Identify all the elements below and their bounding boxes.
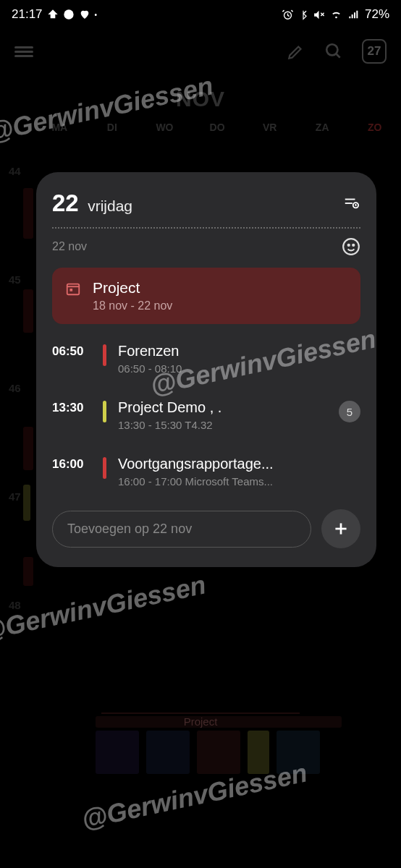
event-title: Forenzen	[118, 343, 360, 359]
svg-rect-14	[69, 289, 72, 292]
svg-point-0	[64, 9, 73, 19]
add-event-input[interactable]: Toevoegen op 22 nov	[52, 511, 311, 548]
svg-point-11	[353, 244, 354, 246]
smiley-icon[interactable]	[342, 237, 360, 256]
weekday-label: ZA	[296, 122, 349, 133]
panel-date-short: 22 nov	[52, 240, 87, 253]
menu-button[interactable]	[14, 44, 33, 59]
event-row[interactable]: 13:30 Project Demo , . 13:30 - 15:30 T4.…	[52, 399, 360, 431]
alarm-icon	[282, 9, 294, 21]
svg-point-10	[348, 244, 350, 246]
svg-point-9	[343, 239, 359, 255]
panel-day-number: 22	[52, 190, 79, 216]
event-title: Voortgangsrapportage...	[118, 456, 360, 472]
schedule-view-icon[interactable]	[342, 195, 360, 211]
notification-icon	[47, 9, 59, 20]
today-button[interactable]: 27	[362, 39, 387, 64]
weekday-header: MA DI WO DO VR ZA ZO	[0, 111, 401, 140]
panel-day-name: vrijdag	[88, 197, 132, 214]
add-event-button[interactable]	[321, 509, 360, 548]
event-color-stripe	[103, 457, 106, 479]
event-color-stripe	[103, 344, 106, 366]
edit-icon[interactable]	[287, 42, 305, 61]
day-detail-panel: 22 vrijdag 22 nov Project 18 nov - 22 no…	[36, 172, 376, 567]
event-title: Project Demo , .	[118, 399, 327, 416]
search-icon[interactable]	[324, 42, 343, 61]
event-row[interactable]: 06:50 Forenzen 06:50 - 08:10	[52, 343, 360, 375]
weekday-label: ZO	[348, 122, 401, 133]
bluetooth-icon	[298, 9, 308, 21]
event-row[interactable]: 16:00 Voortgangsrapportage... 16:00 - 17…	[52, 456, 360, 488]
signal-icon	[347, 9, 360, 20]
status-bar: 21:17 • 72%	[0, 0, 401, 29]
event-color-stripe	[103, 401, 106, 422]
plus-icon	[332, 519, 350, 538]
svg-line-5	[336, 54, 339, 57]
app-toolbar: 27	[0, 29, 401, 74]
event-time: 06:50	[52, 343, 91, 359]
month-title: NOV	[0, 87, 401, 111]
svg-rect-12	[67, 284, 80, 295]
background-event-label: Project	[101, 712, 300, 728]
weekday-label: DI	[86, 122, 139, 133]
battery-text: 72%	[365, 7, 389, 22]
svg-point-4	[326, 44, 337, 55]
event-subtitle: 13:30 - 15:30 T4.32	[118, 419, 327, 431]
weekday-label: WO	[138, 122, 191, 133]
mute-icon	[313, 9, 325, 21]
heart-icon	[79, 9, 90, 20]
event-subtitle: 16:00 - 17:00 Microsoft Teams...	[118, 475, 360, 488]
event-time: 13:30	[52, 399, 91, 415]
pinterest-icon	[63, 9, 75, 20]
week-number-column: 44 45 46 47 48	[9, 165, 21, 707]
allday-title: Project	[93, 279, 172, 297]
allday-range: 18 nov - 22 nov	[93, 299, 172, 312]
calendar-icon	[65, 281, 81, 297]
event-badge: 5	[339, 401, 360, 422]
weekday-label: DO	[191, 122, 244, 133]
event-subtitle: 06:50 - 08:10	[118, 362, 360, 375]
wifi-icon	[329, 9, 343, 20]
weekday-label: MA	[33, 122, 86, 133]
allday-event[interactable]: Project 18 nov - 22 nov	[52, 268, 360, 324]
more-dot-icon: •	[95, 11, 98, 19]
event-time: 16:00	[52, 456, 91, 472]
weekday-label: VR	[243, 122, 296, 133]
status-time: 21:17	[12, 7, 43, 22]
